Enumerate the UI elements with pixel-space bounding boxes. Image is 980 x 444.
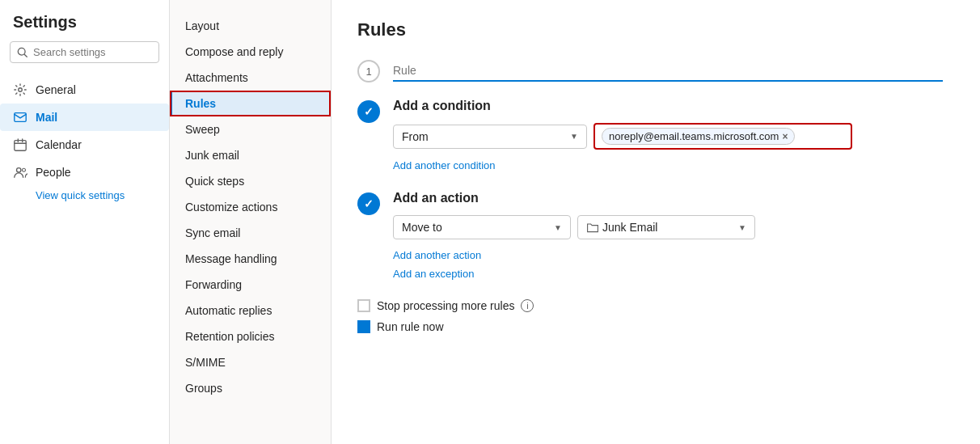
mid-nav-rules[interactable]: Rules bbox=[170, 91, 331, 116]
junk-email-label: Junk Email bbox=[602, 221, 657, 234]
folder-icon: Junk Email bbox=[586, 221, 657, 234]
svg-line-1 bbox=[24, 54, 27, 57]
add-action-link[interactable]: Add another action bbox=[393, 249, 481, 261]
folder-svg bbox=[586, 221, 599, 234]
email-tag-container[interactable]: noreply@email.teams.microsoft.com × bbox=[593, 123, 852, 150]
mid-nav-auto-replies[interactable]: Automatic replies bbox=[170, 298, 331, 323]
sidebar-item-mail-label: Mail bbox=[36, 111, 57, 124]
sidebar-item-general-label: General bbox=[36, 83, 76, 96]
svg-point-2 bbox=[19, 88, 23, 92]
app-title: Settings bbox=[0, 13, 169, 41]
check-icon: ✓ bbox=[364, 105, 374, 118]
search-icon bbox=[17, 47, 28, 58]
email-tag-value: noreply@email.teams.microsoft.com bbox=[609, 130, 779, 142]
main-content: Rules 1 ✓ Add a condition From ▼ noreply bbox=[332, 0, 980, 444]
moveto-dropdown[interactable]: Move to ▼ bbox=[393, 215, 571, 239]
calendar-icon bbox=[13, 137, 27, 152]
sidebar: Settings General Mail Calendar bbox=[0, 0, 170, 444]
mid-nav-retention[interactable]: Retention policies bbox=[170, 323, 331, 349]
mid-nav-smime[interactable]: S/MIME bbox=[170, 349, 331, 375]
email-tag: noreply@email.teams.microsoft.com × bbox=[602, 128, 795, 145]
mid-nav-sync[interactable]: Sync email bbox=[170, 220, 331, 246]
action-section: ✓ Add an action Move to ▼ Junk Email bbox=[357, 191, 954, 280]
mid-nav-customize[interactable]: Customize actions bbox=[170, 194, 331, 220]
condition-section: ✓ Add a condition From ▼ noreply@email.t… bbox=[357, 99, 954, 171]
svg-rect-3 bbox=[15, 113, 26, 122]
action-label: Add an action bbox=[393, 191, 954, 205]
mail-icon bbox=[13, 110, 27, 125]
svg-rect-4 bbox=[15, 141, 26, 151]
sidebar-item-people[interactable]: People bbox=[0, 159, 169, 186]
condition-row: From ▼ noreply@email.teams.microsoft.com… bbox=[393, 123, 954, 150]
mid-nav-compose[interactable]: Compose and reply bbox=[170, 39, 331, 65]
svg-point-6 bbox=[23, 168, 26, 171]
add-condition-link[interactable]: Add another condition bbox=[393, 159, 495, 171]
sidebar-item-people-label: People bbox=[36, 166, 71, 179]
action-check-icon: ✓ bbox=[364, 197, 374, 210]
from-dropdown[interactable]: From ▼ bbox=[393, 125, 587, 149]
mid-nav-groups[interactable]: Groups bbox=[170, 375, 331, 401]
page-title: Rules bbox=[357, 19, 954, 40]
sidebar-item-calendar-label: Calendar bbox=[36, 138, 82, 151]
mid-nav-attachments[interactable]: Attachments bbox=[170, 65, 331, 91]
run-rule-row: Run rule now bbox=[357, 320, 954, 333]
action-body: Add an action Move to ▼ Junk Email ▼ bbox=[393, 191, 954, 280]
sidebar-item-general[interactable]: General bbox=[0, 76, 169, 104]
email-tag-close-icon[interactable]: × bbox=[782, 131, 788, 142]
action-row: Move to ▼ Junk Email ▼ bbox=[393, 215, 954, 239]
run-rule-label: Run rule now bbox=[377, 320, 444, 333]
mid-nav-junk[interactable]: Junk email bbox=[170, 142, 331, 168]
stop-processing-checkbox[interactable] bbox=[357, 299, 370, 312]
step-1-circle: 1 bbox=[357, 60, 380, 82]
run-rule-checkbox[interactable] bbox=[357, 320, 370, 333]
junk-dropdown-chevron: ▼ bbox=[738, 223, 746, 232]
condition-body: Add a condition From ▼ noreply@email.tea… bbox=[393, 99, 954, 171]
moveto-dropdown-value: Move to bbox=[402, 221, 442, 234]
mid-nav-forwarding[interactable]: Forwarding bbox=[170, 272, 331, 298]
sidebar-item-calendar[interactable]: Calendar bbox=[0, 131, 169, 159]
junk-email-dropdown[interactable]: Junk Email ▼ bbox=[577, 215, 755, 239]
mid-nav-layout[interactable]: Layout bbox=[170, 13, 331, 39]
rule-name-row: 1 bbox=[357, 60, 954, 82]
from-dropdown-value: From bbox=[402, 130, 429, 143]
mid-nav-sweep[interactable]: Sweep bbox=[170, 116, 331, 142]
from-dropdown-chevron: ▼ bbox=[570, 132, 578, 141]
condition-check-circle: ✓ bbox=[357, 100, 380, 123]
mid-nav: Layout Compose and reply Attachments Rul… bbox=[170, 0, 332, 444]
stop-processing-info-icon[interactable]: i bbox=[521, 299, 534, 312]
add-exception-link[interactable]: Add an exception bbox=[393, 268, 474, 280]
view-quick-settings[interactable]: View quick settings bbox=[0, 186, 169, 205]
rule-name-input[interactable] bbox=[393, 61, 943, 82]
stop-processing-label: Stop processing more rules bbox=[377, 299, 514, 312]
action-check-circle: ✓ bbox=[357, 192, 380, 215]
gear-icon bbox=[13, 82, 27, 97]
sidebar-item-mail[interactable]: Mail bbox=[0, 104, 169, 131]
people-icon bbox=[13, 165, 27, 180]
mid-nav-quicksteps[interactable]: Quick steps bbox=[170, 168, 331, 194]
mid-nav-message[interactable]: Message handling bbox=[170, 246, 331, 272]
search-box[interactable] bbox=[10, 41, 159, 63]
moveto-dropdown-chevron: ▼ bbox=[554, 223, 562, 232]
svg-point-5 bbox=[17, 168, 21, 172]
stop-processing-row: Stop processing more rules i bbox=[357, 299, 954, 312]
condition-label: Add a condition bbox=[393, 99, 954, 113]
search-input[interactable] bbox=[33, 46, 152, 58]
